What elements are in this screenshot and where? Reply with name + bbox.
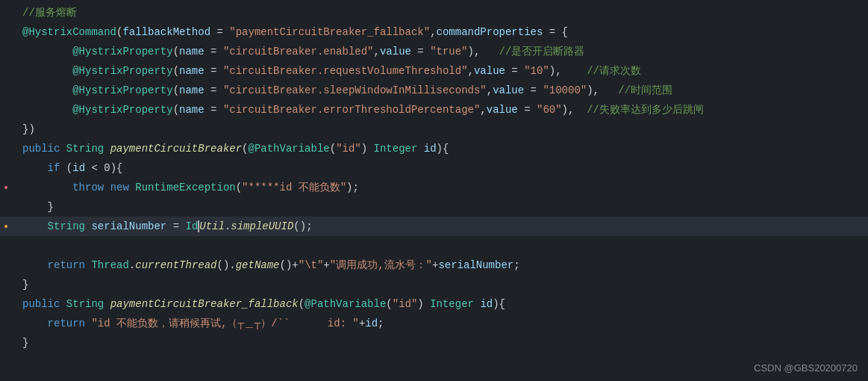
token-string: "circuitBreaker.errorThresholdPercentage… xyxy=(223,100,480,120)
token-type: String xyxy=(66,139,104,158)
indent xyxy=(22,178,72,197)
token-plain: . xyxy=(129,255,135,275)
token-type: Thread xyxy=(91,255,128,275)
token-plain: } xyxy=(22,333,28,353)
token-operator: = xyxy=(411,42,430,61)
indent xyxy=(22,61,72,81)
line-2: @HystrixCommand(fallbackMethod = "paymen… xyxy=(0,22,868,42)
token-param: name xyxy=(179,61,204,81)
token-plain: ), xyxy=(587,81,618,100)
token-variable: id xyxy=(480,294,493,314)
token-plain: ; xyxy=(378,314,384,333)
line-16: public String paymentCircuitBreaker_fall… xyxy=(0,294,868,314)
token-plain: ), xyxy=(549,61,587,81)
token-plain: ( xyxy=(116,22,122,42)
token-variable: serialNumber xyxy=(438,255,513,275)
indent xyxy=(22,314,48,333)
line-3: @HystrixProperty(name = "circuitBreaker.… xyxy=(0,42,868,61)
token-variable: serialNumber xyxy=(91,217,166,236)
token-variable: id xyxy=(424,139,437,158)
token-plain: ( xyxy=(173,61,179,81)
token-method: simpleUUID xyxy=(231,217,293,236)
token-at: @HystrixProperty xyxy=(72,61,172,81)
token-at: @HystrixCommand xyxy=(22,22,116,42)
token-operator: = xyxy=(204,81,223,100)
token-plain: . xyxy=(225,217,231,236)
token-plain: , xyxy=(468,61,474,81)
token-param: name xyxy=(179,81,204,100)
line-indicator-red xyxy=(4,186,7,189)
token-string: "circuitBreaker.requestVolumeThreshold" xyxy=(223,61,468,81)
indent xyxy=(22,158,48,178)
token-plain: ), xyxy=(562,100,587,120)
token-plain: (). xyxy=(216,255,235,275)
token-plain: ){ xyxy=(437,139,449,158)
indent xyxy=(22,255,48,275)
token-plain: , xyxy=(430,22,436,42)
token-at: @PathVariable xyxy=(249,139,330,158)
token-operator: = xyxy=(518,100,537,120)
token-at: @PathVariable xyxy=(305,294,386,314)
token-comment: //是否开启断路器 xyxy=(499,42,585,61)
token-plain: } xyxy=(22,275,28,294)
token-method: currentThread xyxy=(135,255,216,275)
code-lines: //服务熔断@HystrixCommand(fallbackMethod = "… xyxy=(0,0,868,356)
line-12: String serialNumber = IdUtil.simpleUUID(… xyxy=(0,217,868,236)
token-plain: , xyxy=(487,81,493,100)
line-8: public String paymentCircuitBreaker(@Pat… xyxy=(0,139,868,158)
token-string: "id 不能负数，请稍候再试,（┬＿┬）/`` id: " xyxy=(91,314,358,333)
token-plain xyxy=(104,139,110,158)
token-plain: + xyxy=(359,314,365,333)
token-plain: ) xyxy=(417,294,430,314)
line-7: }) xyxy=(0,120,868,139)
token-string: "circuitBreaker.enabled" xyxy=(223,42,374,61)
token-keyword: public xyxy=(22,139,60,158)
token-keyword: if xyxy=(48,158,60,178)
token-variable: id xyxy=(365,314,378,333)
token-type: Integer xyxy=(430,294,474,314)
token-plain: } xyxy=(48,197,54,217)
token-param: name xyxy=(179,42,204,61)
line-5: @HystrixProperty(name = "circuitBreaker.… xyxy=(0,81,868,100)
token-plain xyxy=(60,294,66,314)
token-at: @HystrixProperty xyxy=(72,100,172,120)
indent xyxy=(22,81,72,100)
token-plain: ( xyxy=(173,100,179,120)
token-plain xyxy=(60,139,66,158)
token-plain: ), xyxy=(468,42,499,61)
watermark: CSDN @GBS20200720 xyxy=(754,362,858,374)
line-18: } xyxy=(0,333,868,353)
token-plain: , xyxy=(374,42,380,61)
token-type: String xyxy=(66,294,104,314)
line-13 xyxy=(0,236,868,255)
token-plain: ()+ xyxy=(280,255,299,275)
token-param: value xyxy=(474,61,505,81)
token-plain: (); xyxy=(293,217,312,236)
indent xyxy=(22,197,48,217)
token-string: "10000" xyxy=(543,81,587,100)
token-plain: ( xyxy=(60,158,72,178)
token-plain: }) xyxy=(22,120,35,139)
token-keyword: public xyxy=(22,294,60,314)
token-type: Integer xyxy=(374,139,418,158)
token-plain: ( xyxy=(242,139,248,158)
token-string: "*****id 不能负数" xyxy=(242,178,346,197)
token-method: getName xyxy=(236,255,280,275)
code-editor: //服务熔断@HystrixCommand(fallbackMethod = "… xyxy=(0,0,868,381)
token-string: "60" xyxy=(537,100,562,120)
token-keyword: new xyxy=(110,178,129,197)
token-plain: = xyxy=(166,217,185,236)
token-param: fallbackMethod xyxy=(122,22,210,42)
line-6: @HystrixProperty(name = "circuitBreaker.… xyxy=(0,100,868,120)
line-1: //服务熔断 xyxy=(0,3,868,22)
line-9: if (id < 0){ xyxy=(0,158,868,178)
token-plain: ( xyxy=(173,81,179,100)
token-plain xyxy=(104,294,110,314)
token-plain: ( xyxy=(236,178,242,197)
token-plain: + xyxy=(432,255,438,275)
token-plain: ; xyxy=(513,255,519,275)
token-comment: //请求次数 xyxy=(587,61,641,81)
token-operator: = { xyxy=(543,22,568,42)
token-plain xyxy=(104,178,110,197)
line-4: @HystrixProperty(name = "circuitBreaker.… xyxy=(0,61,868,81)
